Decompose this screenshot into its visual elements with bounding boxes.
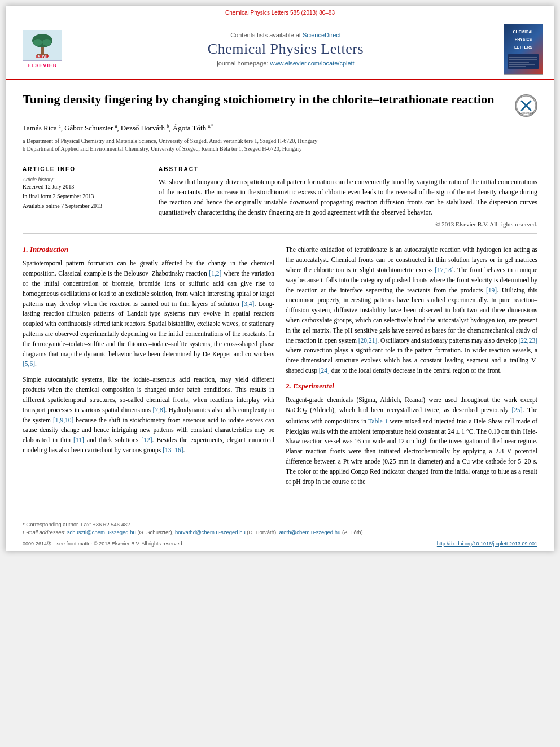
email-toth[interactable]: atoth@chem.u-szeged.hu <box>279 529 340 535</box>
section1-right-para1: The chlorite oxidation of tetrathionate … <box>286 245 537 376</box>
affiliation-b: b Department of Applied and Environmenta… <box>23 145 537 153</box>
copyright-text: © 2013 Elsevier B.V. All rights reserved… <box>159 221 537 228</box>
doi-link[interactable]: http://dx.doi.org/10.1016/j.cplett.2013.… <box>437 541 537 547</box>
svg-point-5 <box>42 39 51 46</box>
cover-text-2: PHYSICS <box>514 36 533 43</box>
ref-13-16[interactable]: [13–16] <box>163 447 183 453</box>
email-schuszter[interactable]: schuszti@chem.u-szeged.hu <box>67 529 136 535</box>
ref-20-21[interactable]: [20,21] <box>358 337 378 344</box>
title-row: Tuning density fingering by changing sto… <box>23 91 537 117</box>
journal-cover-image: CHEMICAL PHYSICS LETTERS <box>504 24 543 75</box>
info-abstract-row: ARTICLE INFO Article history: Received 1… <box>23 160 537 234</box>
history-label: Article history: <box>23 177 135 182</box>
elsevier-logo: ELSEVIER ELSEVIER <box>17 30 68 68</box>
journal-title: Chemical Physics Letters <box>73 41 498 58</box>
section1-title: 1. Introduction <box>23 245 274 254</box>
affiliations: a Department of Physical Chemistry and M… <box>23 137 537 153</box>
author-toth: Ágota Tóth a,* <box>173 124 213 132</box>
journal-header: ELSEVIER ELSEVIER Contents lists availab… <box>6 19 554 80</box>
crossmark-badge[interactable]: CrossMark <box>515 94 537 117</box>
authors-line: Tamás Rica a, Gábor Schuszter a, Dezső H… <box>23 124 537 133</box>
footnotes: * Corresponding author. Fax: +36 62 546 … <box>23 521 537 537</box>
ref-22-23[interactable]: [22,23] <box>518 337 537 344</box>
ref-24[interactable]: [24] <box>319 367 330 374</box>
sciencedirect-link[interactable]: ScienceDirect <box>303 32 341 38</box>
svg-text:ELSEVIER: ELSEVIER <box>36 55 50 58</box>
journal-homepage: journal homepage: www.elsevier.com/locat… <box>73 60 498 67</box>
article-container: Tuning density fingering by changing sto… <box>6 80 554 504</box>
ref-12[interactable]: [12] <box>141 436 152 443</box>
left-column: 1. Introduction Spatiotemporal pattern f… <box>23 245 274 492</box>
footer-bottom: 0009-2614/$ – see front matter © 2013 El… <box>23 541 537 547</box>
abstract-heading: ABSTRACT <box>159 166 537 172</box>
affiliation-a: a Department of Physical Chemistry and M… <box>23 137 537 145</box>
ref-1-9-10[interactable]: [1,9,10] <box>53 417 73 423</box>
cover-text-1: CHEMICAL <box>512 28 535 36</box>
email-line: E-mail addresses: schuszti@chem.u-szeged… <box>23 528 537 536</box>
ref-19[interactable]: [19] <box>486 287 497 294</box>
issue-info-bar: Chemical Physics Letters 585 (2013) 80–8… <box>6 6 554 19</box>
section1-para2: Simple autocatalytic systems, like the i… <box>23 375 274 456</box>
right-column: The chlorite oxidation of tetrathionate … <box>286 245 537 492</box>
issue-info-text: Chemical Physics Letters 585 (2013) 80–8… <box>225 10 335 16</box>
article-title: Tuning density fingering by changing sto… <box>23 91 515 108</box>
ref-11[interactable]: [11] <box>73 436 84 443</box>
journal-homepage-link[interactable]: www.elsevier.com/locate/cplett <box>270 60 355 67</box>
page-footer: * Corresponding author. Fax: +36 62 546 … <box>6 516 554 552</box>
author-schuszter: Gábor Schuszter a, <box>64 124 121 132</box>
ref-1-2[interactable]: [1,2] <box>209 270 221 277</box>
elsevier-logo-image: ELSEVIER <box>23 30 62 61</box>
email-horvath[interactable]: horvathd@chem.u-szeged.hu <box>175 529 246 535</box>
elsevier-wordmark: ELSEVIER <box>28 63 58 68</box>
article-info-heading: ARTICLE INFO <box>23 166 135 172</box>
section2-title: 2. Experimental <box>286 382 537 391</box>
svg-text:CrossMark: CrossMark <box>519 111 533 115</box>
available-date: Available online 7 September 2013 <box>23 203 135 209</box>
author-rica: Tamás Rica a, <box>23 124 64 132</box>
ref-25[interactable]: [25] <box>511 407 522 413</box>
corresponding-note: * Corresponding author. Fax: +36 62 546 … <box>23 521 537 528</box>
section1-para1: Spatiotemporal pattern formation can be … <box>23 259 274 369</box>
abstract-text: We show that buoyancy-driven spatiotempo… <box>159 177 537 217</box>
cover-text-3: LETTERS <box>513 43 533 51</box>
svg-point-4 <box>33 39 42 46</box>
abstract-panel: ABSTRACT We show that buoyancy-driven sp… <box>147 166 537 228</box>
ref-7-8[interactable]: [7,8] <box>152 407 165 413</box>
ref-5-6[interactable]: [5,6] <box>23 360 35 367</box>
body-columns: 1. Introduction Spatiotemporal pattern f… <box>23 245 537 492</box>
svg-rect-2 <box>41 47 44 55</box>
section2-para1: Reagent-grade chemicals (Sigma, Aldrich,… <box>286 395 537 487</box>
received-date: Received 12 July 2013 <box>23 184 135 190</box>
journal-center: Contents lists available at ScienceDirec… <box>68 32 504 67</box>
final-date: In final form 2 September 2013 <box>23 193 135 199</box>
ref-17-18[interactable]: [17,18] <box>435 267 454 273</box>
table1-link[interactable]: Table 1 <box>368 418 388 425</box>
ref-3-4[interactable]: [3,4] <box>242 300 254 307</box>
sciencedirect-line: Contents lists available at ScienceDirec… <box>73 32 498 38</box>
issn-text: 0009-2614/$ – see front matter © 2013 El… <box>23 541 183 547</box>
author-horvath: Dezső Horváth b, <box>121 124 173 132</box>
article-info-panel: ARTICLE INFO Article history: Received 1… <box>23 166 135 228</box>
